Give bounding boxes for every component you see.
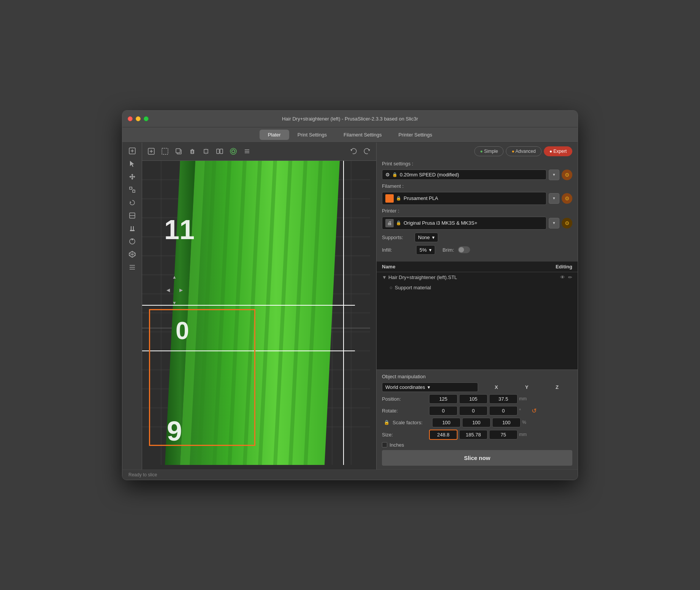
scale-lock-icon[interactable]: 🔒: [382, 420, 391, 425]
tool-top-add[interactable]: [145, 145, 157, 157]
col-editing-header: Editing: [534, 264, 572, 270]
file-item-main[interactable]: ▼ Hair Dry+straightener (left).STL 👁 ✏: [377, 272, 578, 282]
tool-scale[interactable]: [126, 184, 138, 196]
tool-supports[interactable]: [126, 222, 138, 235]
toolbar-left: [122, 143, 142, 469]
tool-cut[interactable]: [126, 209, 138, 222]
tool-3d[interactable]: [126, 248, 138, 260]
mode-expert-btn[interactable]: Expert: [544, 146, 572, 156]
tool-seam[interactable]: [126, 235, 138, 247]
svg-marker-42: [368, 149, 370, 151]
close-button[interactable]: [128, 116, 133, 121]
infill-chevron-icon: ▾: [429, 247, 432, 253]
brim-toggle[interactable]: [458, 246, 470, 253]
svg-rect-27: [162, 148, 168, 154]
file-item-support[interactable]: ○ Support material: [377, 282, 578, 293]
size-y-input[interactable]: [459, 430, 488, 439]
svg-point-37: [230, 148, 236, 154]
tool-top-copy[interactable]: [173, 145, 185, 157]
filament-label: Filament :: [382, 183, 412, 189]
tab-print-settings[interactable]: Print Settings: [289, 130, 335, 140]
filament-dropdown-btn[interactable]: ▾: [549, 193, 559, 204]
printer-label: Printer :: [382, 208, 412, 214]
nav-up[interactable]: ▲: [168, 271, 181, 283]
nav-arrows: ▲ ◀ ▶ ▼: [162, 271, 187, 309]
maximize-button[interactable]: [144, 116, 149, 121]
tool-layers[interactable]: [126, 261, 138, 273]
coord-system-dropdown[interactable]: World coordinates ▾: [382, 382, 478, 392]
nav-down[interactable]: ▼: [168, 297, 181, 309]
printer-input[interactable]: 🖨 🔒 Original Prusa i3 MK3S & MK3S+: [382, 217, 546, 230]
coord-axis-labels: X Y Z: [481, 384, 572, 390]
printer-dropdown-btn[interactable]: ▾: [549, 218, 559, 228]
nav-right[interactable]: ▶: [175, 284, 187, 296]
rotate-y-input[interactable]: [459, 406, 488, 416]
position-x-input[interactable]: [429, 394, 458, 404]
axis-y-label: Y: [512, 384, 542, 390]
viewport: 11 0 9 ▲ ◀ ▶: [122, 143, 376, 469]
traffic-lights: [128, 116, 149, 121]
tab-printer-settings[interactable]: Printer Settings: [390, 130, 440, 140]
filament-input[interactable]: 🔒 Prusament PLA: [382, 192, 546, 205]
tool-rotate[interactable]: [126, 197, 138, 209]
size-label: Size:: [382, 432, 428, 438]
axis-x-label: X: [481, 384, 512, 390]
scene-background: 11 0 9 ▲ ◀ ▶: [142, 161, 376, 469]
svg-rect-35: [220, 149, 223, 154]
tool-top-list[interactable]: [241, 145, 253, 157]
rotate-x-input[interactable]: [429, 406, 458, 416]
toolbar-top: [142, 143, 376, 161]
tool-top-duplicate[interactable]: [200, 145, 212, 157]
tool-top-select-rect[interactable]: [159, 145, 171, 157]
svg-marker-3: [130, 161, 134, 167]
tool-top-undo[interactable]: [347, 145, 360, 157]
print-settings-row: Print settings :: [382, 161, 572, 167]
scale-y-input[interactable]: [462, 418, 491, 427]
rotate-reset-icon[interactable]: ↺: [532, 407, 537, 414]
main-content: 11 0 9 ▲ ◀ ▶: [122, 143, 578, 469]
nav-left[interactable]: ◀: [162, 284, 174, 296]
position-unit: mm: [519, 396, 529, 401]
tab-plater[interactable]: Plater: [260, 130, 289, 140]
scale-x-input[interactable]: [432, 418, 461, 427]
position-y-input[interactable]: [459, 394, 488, 404]
mode-simple-btn[interactable]: Simple: [474, 146, 504, 156]
infill-label: Infill:: [382, 247, 412, 253]
tool-top-view[interactable]: [227, 145, 239, 157]
size-x-input[interactable]: [429, 430, 458, 440]
print-settings-dropdown-btn[interactable]: ▾: [549, 170, 559, 180]
position-z-input[interactable]: [489, 394, 518, 404]
print-settings-input[interactable]: ⚙ 🔒 0.20mm SPEED (modified): [382, 170, 546, 180]
inches-checkbox[interactable]: [382, 442, 387, 447]
rotate-z-input[interactable]: [489, 406, 518, 416]
printer-value: Original Prusa i3 MK3S & MK3S+: [404, 220, 543, 226]
edit-icon[interactable]: ✏: [568, 274, 572, 280]
slice-now-button[interactable]: Slice now: [382, 450, 572, 466]
size-z-input[interactable]: [489, 430, 518, 439]
tool-top-delete[interactable]: [186, 145, 198, 157]
mode-buttons: Simple Advanced Expert: [382, 146, 572, 156]
minimize-button[interactable]: [136, 116, 141, 121]
scale-z-input[interactable]: [492, 418, 521, 427]
ruler-label-11: 11: [164, 214, 195, 245]
tool-top-redo[interactable]: [361, 145, 373, 157]
infill-value: 5%: [420, 247, 427, 253]
tool-add-object[interactable]: [126, 145, 138, 157]
eye-icon[interactable]: 👁: [560, 274, 565, 280]
title-bar: Hair Dry+straightener (left) - PrusaSlic…: [122, 111, 578, 127]
mode-advanced-btn[interactable]: Advanced: [506, 146, 541, 156]
filament-gear-btn[interactable]: ⚙: [562, 193, 572, 204]
tab-filament-settings[interactable]: Filament Settings: [335, 130, 390, 140]
tool-top-split[interactable]: [214, 145, 226, 157]
rotate-row: Rotate: ° ↺: [382, 406, 572, 416]
size-row: Size: mm: [382, 430, 572, 440]
print-settings-label: Print settings :: [382, 161, 413, 167]
tool-move[interactable]: [126, 171, 138, 183]
supports-select[interactable]: None ▾: [415, 233, 438, 242]
tree-arrow-icon: ▼: [382, 274, 387, 280]
print-settings-gear-btn[interactable]: ⚙: [562, 170, 572, 180]
printer-icon: 🖨: [385, 219, 394, 227]
infill-select[interactable]: 5% ▾: [416, 245, 435, 255]
printer-gear-btn[interactable]: ⚙: [562, 218, 572, 228]
tool-select[interactable]: [126, 158, 138, 170]
